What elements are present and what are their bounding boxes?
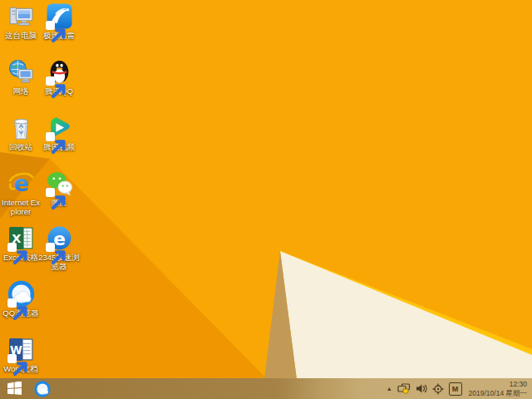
- word-icon: W: [7, 336, 35, 363]
- volume-icon[interactable]: [416, 378, 427, 399]
- shortcut-arrow-icon: [7, 354, 17, 363]
- internet-explorer-icon: e: [7, 170, 35, 197]
- qq-browser-icon: [7, 280, 35, 308]
- shortcut-arrow-icon: [46, 76, 55, 86]
- wallpaper: [0, 0, 532, 399]
- desktop-icon-tencent-video[interactable]: 腾讯视频: [38, 114, 80, 152]
- qq-penguin-icon: [46, 58, 73, 86]
- show-hidden-icons-button[interactable]: ▲: [387, 378, 392, 399]
- taskbar-qq-browser-button[interactable]: [28, 378, 57, 399]
- desktop-icon-wechat[interactable]: 微信: [38, 170, 80, 208]
- desktop-icon-label: 这台电脑: [5, 32, 37, 41]
- tencent-video-icon: [46, 114, 73, 141]
- desktop-icon-this-pc[interactable]: 这台电脑: [0, 2, 42, 41]
- desktop-icon-internet-explorer[interactable]: e Internet Explorer: [0, 170, 42, 217]
- desktop-icon-xunlei[interactable]: 极速迅雷: [38, 2, 80, 41]
- desktop-icon-recycle-bin[interactable]: 回收站: [0, 114, 42, 152]
- clock-time: 12:30: [510, 380, 527, 388]
- desktop-icon-label: 回收站: [9, 143, 33, 152]
- desktop-icon-network[interactable]: 网络: [0, 58, 42, 96]
- wechat-icon: [46, 170, 73, 197]
- start-button[interactable]: [0, 378, 28, 399]
- this-pc-icon: [7, 2, 35, 30]
- shortcut-arrow-icon: [7, 243, 17, 252]
- desktop-icon-word[interactable]: W Word文档: [0, 336, 42, 374]
- desktop-icon-excel[interactable]: X Excel表格: [0, 224, 42, 263]
- xunlei-icon: [46, 2, 73, 30]
- ime-indicator[interactable]: M: [449, 382, 462, 396]
- crosshair-icon[interactable]: [432, 378, 444, 399]
- desktop-icon-qq-browser[interactable]: QQ浏览器: [0, 280, 42, 318]
- excel-icon: X: [7, 224, 35, 252]
- system-tray: ▲ M: [387, 378, 530, 399]
- shortcut-arrow-icon: [46, 188, 55, 197]
- shortcut-arrow-icon: [46, 243, 55, 252]
- recycle-bin-icon: [7, 114, 35, 141]
- shortcut-arrow-icon: [46, 21, 55, 30]
- desktop: 这台电脑 极速迅雷: [0, 0, 532, 399]
- shortcut-arrow-icon: [46, 132, 55, 141]
- taskbar: ▲ M: [0, 378, 532, 399]
- clock-date: 2019/10/14 星期一: [469, 389, 527, 397]
- clock[interactable]: 12:30 2019/10/14 星期一: [469, 380, 527, 397]
- shortcut-arrow-icon: [7, 298, 17, 308]
- pc-security-status-icon[interactable]: [397, 378, 411, 399]
- desktop-icon-tencent-qq[interactable]: 腾讯QQ: [38, 58, 80, 96]
- desktop-icon-label: 网络: [13, 87, 29, 96]
- windows-logo-icon: [7, 382, 22, 396]
- desktop-icon-2345-browser[interactable]: e 2345加速浏览器: [38, 224, 80, 272]
- network-icon: [7, 58, 35, 86]
- qq-browser-icon: [34, 381, 51, 397]
- 2345-browser-icon: e: [46, 224, 73, 252]
- desktop-icon-label: Internet Explorer: [0, 199, 42, 217]
